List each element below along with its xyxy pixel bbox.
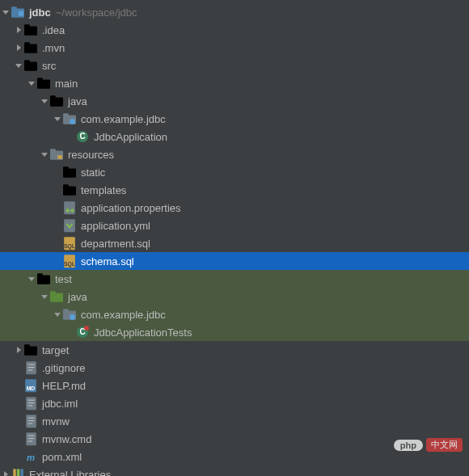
expand-arrow-icon[interactable] (53, 116, 61, 122)
node-label: com.example.jdbc (81, 113, 166, 125)
test-source-folder-icon (50, 290, 63, 303)
node-label: com.example.jdbc (81, 309, 166, 321)
maven-file-icon (24, 450, 37, 463)
tree-row-mvn[interactable]: .mvn (0, 39, 469, 57)
expand-arrow-icon[interactable] (15, 62, 23, 69)
node-label: .gitignore (42, 362, 85, 374)
node-label: JdbcApplicationTests (94, 326, 192, 339)
yaml-file-icon (63, 219, 76, 232)
project-name: jdbc (29, 6, 51, 19)
node-label: mvnw (42, 415, 70, 428)
node-label: JdbcApplication (94, 131, 167, 143)
tree-row-help-md[interactable]: HELP.md (0, 377, 469, 394)
node-label: static (81, 166, 105, 179)
collapse-arrow-icon[interactable] (15, 44, 23, 51)
expand-arrow-icon[interactable] (53, 311, 61, 318)
folder-icon (63, 166, 76, 179)
node-label: application.yml (81, 220, 150, 232)
node-label: mvnw.cmd (42, 433, 91, 445)
tree-row-test-class[interactable]: JdbcApplicationTests (0, 323, 469, 341)
tree-row-dept-sql[interactable]: department.sql (0, 234, 469, 252)
tree-row-schema-sql[interactable]: schema.sql (0, 252, 469, 270)
tree-row-external-libs[interactable]: External Libraries (0, 465, 469, 476)
folder-icon (24, 59, 37, 72)
file-icon (24, 415, 37, 428)
watermark-cn: 中文网 (426, 438, 463, 452)
tree-row-app-props[interactable]: application.properties (0, 199, 469, 217)
node-label: main (55, 78, 78, 90)
sql-file-icon (63, 255, 76, 267)
tree-row-app-class[interactable]: JdbcApplication (0, 128, 469, 145)
tree-row-project[interactable]: jdbc ~/workspace/jdbc (0, 3, 469, 21)
libraries-icon (11, 468, 24, 476)
tree-row-main[interactable]: main (0, 74, 469, 92)
tree-row-package-main[interactable]: com.example.jdbc (0, 110, 469, 128)
node-label: pom.xml (42, 451, 82, 463)
collapse-arrow-icon[interactable] (15, 347, 23, 353)
watermark: php 中文网 (394, 438, 463, 452)
tree-row-package-test[interactable]: com.example.jdbc (0, 305, 469, 323)
tree-row-idea[interactable]: .idea (0, 21, 469, 39)
folder-icon (37, 77, 50, 90)
node-label: .idea (42, 24, 65, 36)
tree-row-java-test[interactable]: java (0, 288, 469, 305)
excluded-folder-icon (24, 343, 37, 356)
expand-arrow-icon[interactable] (40, 293, 49, 300)
expand-arrow-icon[interactable] (40, 151, 49, 158)
folder-icon (37, 272, 50, 285)
tree-row-mvnw[interactable]: mvnw (0, 412, 469, 430)
expand-arrow-icon[interactable] (40, 98, 49, 104)
tree-row-static[interactable]: static (0, 163, 469, 181)
project-path: ~/workspace/jdbc (56, 6, 137, 19)
tree-row-gitignore[interactable]: .gitignore (0, 359, 469, 377)
markdown-file-icon (24, 379, 37, 392)
source-folder-icon (50, 95, 63, 107)
folder-icon (24, 23, 37, 36)
expand-arrow-icon[interactable] (2, 9, 10, 15)
file-icon (24, 397, 37, 410)
node-label: jdbc.iml (42, 398, 78, 410)
node-label: HELP.md (42, 380, 86, 392)
folder-icon (63, 183, 76, 196)
resources-folder-icon (50, 148, 63, 161)
node-label: test (55, 273, 72, 285)
svg-rect-33 (50, 293, 63, 301)
tree-row-resources[interactable]: resources (0, 145, 469, 163)
node-label: .mvn (42, 42, 65, 54)
package-icon (63, 112, 76, 125)
watermark-php: php (394, 440, 423, 451)
file-icon (24, 432, 37, 445)
node-label: application.properties (81, 202, 181, 214)
node-label: schema.sql (81, 255, 134, 267)
file-icon (24, 361, 37, 374)
properties-file-icon (63, 201, 76, 214)
collapse-arrow-icon[interactable] (15, 27, 23, 33)
sql-file-icon (63, 237, 76, 250)
package-icon (63, 308, 76, 321)
tree-row-test[interactable]: test (0, 270, 469, 288)
node-label: java (68, 291, 87, 303)
test-class-icon (76, 326, 89, 339)
tree-row-iml[interactable]: jdbc.iml (0, 394, 469, 412)
tree-row-src[interactable]: src (0, 57, 469, 74)
node-label: resources (68, 149, 114, 161)
module-icon (11, 6, 24, 19)
node-label: target (42, 344, 69, 356)
expand-arrow-icon[interactable] (27, 80, 36, 86)
node-label: External Libraries (29, 469, 111, 477)
node-label: java (68, 95, 87, 107)
svg-rect-34 (50, 291, 56, 293)
project-tree: jdbc ~/workspace/jdbc .idea .mvn src mai… (0, 0, 469, 476)
folder-icon (24, 41, 37, 54)
class-icon (76, 130, 89, 143)
node-label: department.sql (81, 238, 150, 250)
tree-row-templates[interactable]: templates (0, 181, 469, 199)
expand-arrow-icon[interactable] (27, 276, 36, 282)
tree-row-java-main[interactable]: java (0, 92, 469, 110)
node-label: src (42, 60, 56, 72)
collapse-arrow-icon[interactable] (2, 471, 10, 476)
node-label: templates (81, 184, 126, 196)
tree-row-app-yml[interactable]: application.yml (0, 217, 469, 234)
tree-row-target[interactable]: target (0, 341, 469, 359)
